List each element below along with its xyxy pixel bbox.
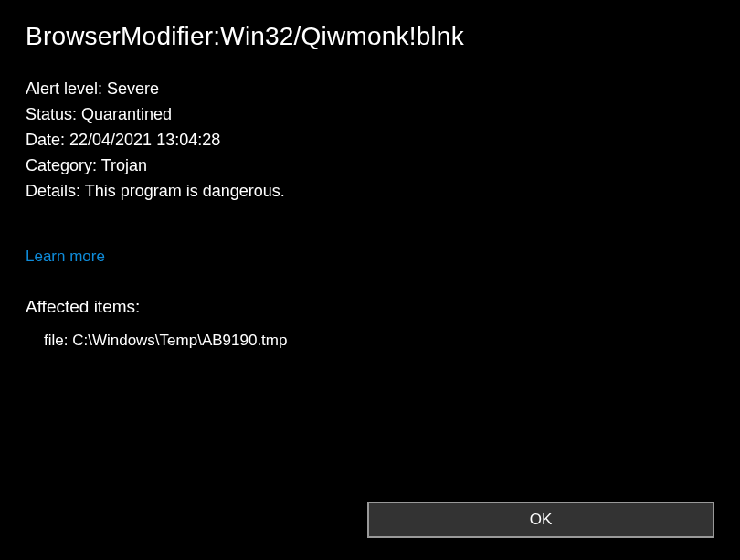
- alert-level-value-text: Severe: [107, 79, 159, 98]
- alert-level-label: Alert level:: [26, 79, 102, 98]
- status-value-text: Quarantined: [81, 105, 172, 123]
- category-value-text: Trojan: [101, 156, 147, 174]
- details-value-text: This program is dangerous.: [85, 182, 285, 200]
- alert-level-row: Alert level: Severe: [26, 77, 714, 102]
- affected-item: file: C:\Windows\Temp\AB9190.tmp: [26, 332, 714, 350]
- ok-button[interactable]: OK: [367, 502, 714, 538]
- details-row: Details: This program is dangerous.: [26, 179, 714, 205]
- date-label: Date:: [26, 131, 65, 149]
- learn-more-link[interactable]: Learn more: [26, 248, 105, 266]
- dialog-container: BrowserModifier:Win32/Qiwmonk!blnk Alert…: [0, 0, 740, 560]
- threat-title: BrowserModifier:Win32/Qiwmonk!blnk: [26, 22, 714, 51]
- category-row: Category: Trojan: [26, 153, 714, 179]
- status-row: Status: Quarantined: [26, 102, 714, 128]
- category-label: Category:: [26, 156, 97, 174]
- date-row: Date: 22/04/2021 13:04:28: [26, 128, 714, 153]
- affected-items-heading: Affected items:: [26, 297, 714, 317]
- status-label: Status:: [26, 105, 77, 123]
- threat-details: Alert level: Severe Status: Quarantined …: [26, 77, 714, 204]
- date-value-text: 22/04/2021 13:04:28: [69, 131, 220, 149]
- details-label: Details:: [26, 182, 80, 200]
